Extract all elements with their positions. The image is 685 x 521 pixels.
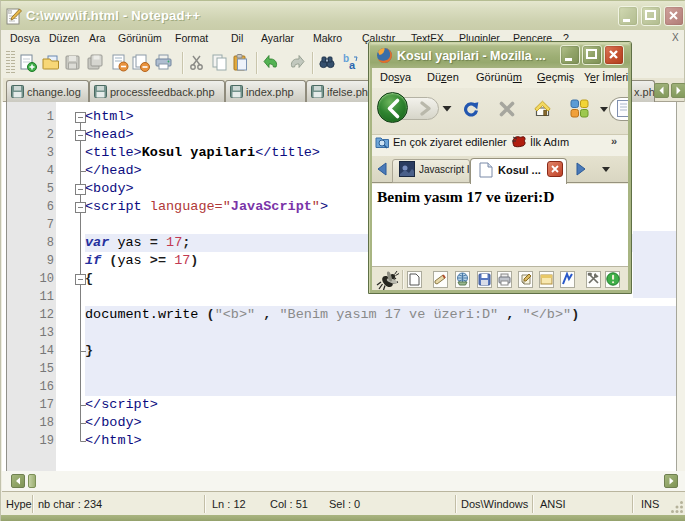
svg-text:a: a	[349, 59, 356, 71]
